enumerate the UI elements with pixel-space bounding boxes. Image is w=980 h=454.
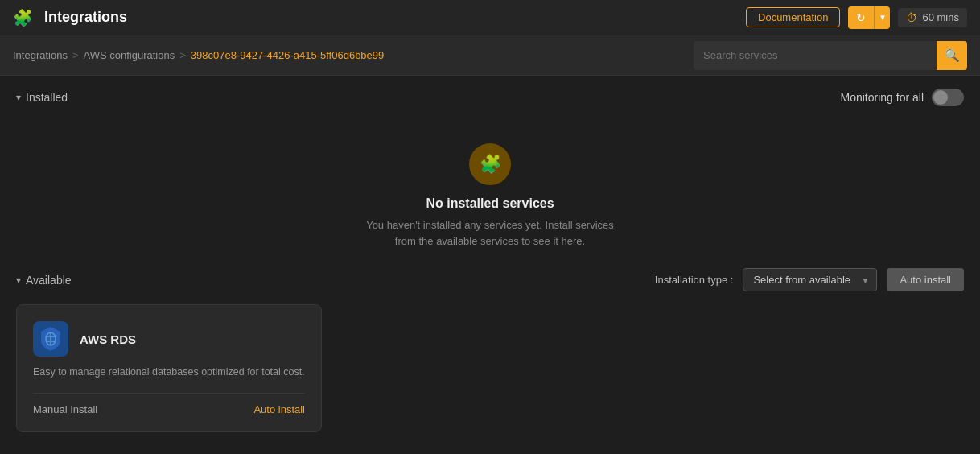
available-chevron-icon[interactable]: ▾ [16,274,21,286]
service-card-header: AWS RDS [33,321,305,357]
aws-rds-icon [40,326,61,352]
installation-type-select-wrapper: Select from available [743,268,877,291]
monitoring-toggle[interactable] [932,89,964,106]
monitoring-label: Monitoring for all [841,91,924,104]
installed-label: ▾ Installed [16,91,68,104]
clock-icon: ⏱ [906,11,917,24]
topnav: 🧩 Integrations Documentation ↻ ▼ ⏱ 60 mi… [0,0,980,35]
search-bar: 🔍 [694,41,967,70]
auto-install-button[interactable]: Auto install [887,268,964,291]
installed-chevron-icon[interactable]: ▾ [16,92,21,103]
breadcrumb-current: 398c07e8-9427-4426-a415-5ff06d6bbe99 [191,49,384,61]
empty-state-title: No installed services [426,196,554,211]
installation-type-label: Installation type : [655,274,734,286]
refresh-button[interactable]: ↻ [848,6,874,29]
service-description: Easy to manage relational databases opti… [33,365,305,380]
card-auto-install-button[interactable]: Auto install [253,403,305,415]
available-label-text: Available [26,274,72,287]
available-label: ▾ Available [16,274,72,287]
search-input[interactable] [694,43,937,68]
refresh-dropdown-button[interactable]: ▼ [874,6,890,29]
installation-type-select[interactable]: Select from available [743,268,877,291]
app-logo-icon: 🧩 [13,8,33,27]
chevron-down-icon: ▼ [879,13,887,22]
service-name: AWS RDS [80,332,136,346]
refresh-icon: ↻ [856,11,866,24]
empty-state: 🧩 No installed services You haven't inst… [16,119,964,268]
documentation-button[interactable]: Documentation [746,7,840,27]
search-icon: 🔍 [945,48,960,63]
breadcrumb-bar: Integrations > AWS configurations > 398c… [0,35,980,76]
refresh-group: ↻ ▼ [848,6,890,29]
empty-state-icon: 🧩 [469,143,511,185]
installed-section-header: ▾ Installed Monitoring for all [16,89,964,106]
empty-state-description: You haven't installed any services yet. … [366,217,614,249]
app-title: Integrations [44,9,738,26]
breadcrumb-sep-2: > [179,49,186,61]
card-footer: Manual Install Auto install [33,393,305,415]
puzzle-icon: 🧩 [480,154,501,175]
search-button[interactable]: 🔍 [937,41,967,70]
service-card-aws-rds: AWS RDS Easy to manage relational databa… [16,304,322,432]
main-content: ▾ Installed Monitoring for all 🧩 No inst… [0,76,980,445]
manual-install-button[interactable]: Manual Install [33,403,97,415]
installation-type-row: Installation type : Select from availabl… [655,268,964,291]
breadcrumb-integrations[interactable]: Integrations [13,49,68,61]
installed-label-text: Installed [26,91,68,104]
service-logo [33,321,68,357]
monitoring-row: Monitoring for all [841,89,965,106]
timer-label: 60 mins [922,11,959,23]
breadcrumb-sep-1: > [72,49,79,61]
breadcrumb-aws-configurations[interactable]: AWS configurations [84,49,175,61]
timer-badge: ⏱ 60 mins [898,8,967,27]
available-section-header: ▾ Available Installation type : Select f… [16,268,964,291]
